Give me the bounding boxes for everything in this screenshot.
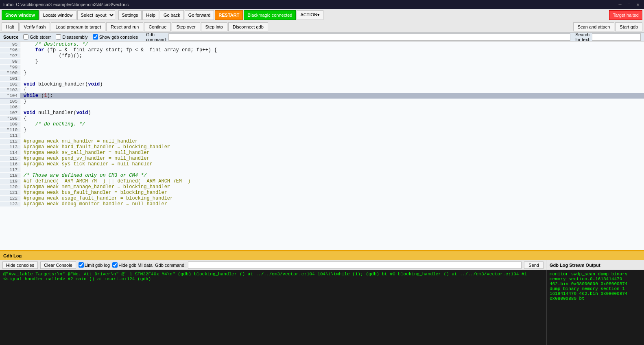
clear-console-button[interactable]: Clear Console bbox=[40, 261, 76, 269]
search-input[interactable] bbox=[592, 33, 641, 41]
code-line: 105} bbox=[0, 99, 644, 104]
line-code: void blocking_handler(void) bbox=[20, 81, 103, 87]
go-forward-button[interactable]: Go forward bbox=[185, 10, 214, 20]
line-number: *97 bbox=[0, 53, 20, 58]
start-gdb-button[interactable]: Start gdb bbox=[615, 22, 642, 31]
search-area: Searchfor text: bbox=[575, 32, 641, 42]
code-line: *100} bbox=[0, 70, 644, 76]
line-code: } bbox=[20, 99, 26, 104]
verify-flash-button[interactable]: Verify flash bbox=[20, 22, 50, 31]
gdb-log-command-input[interactable] bbox=[188, 261, 522, 269]
gdb-log-stream-text[interactable]: monitor swdp_scan dump binary memory sec… bbox=[546, 270, 644, 345]
gdb-command-input[interactable] bbox=[168, 33, 570, 41]
line-number: *108 bbox=[0, 116, 20, 121]
gdb-stderr-checkbox[interactable]: Gdb stderr bbox=[23, 34, 51, 40]
code-line: *103{ bbox=[0, 87, 644, 93]
source-header: Source Gdb stderr Disassembly Show gdb c… bbox=[0, 33, 644, 42]
line-code: } bbox=[20, 127, 26, 133]
show-window-button[interactable]: Show window bbox=[2, 10, 39, 20]
line-number: 105 bbox=[0, 99, 20, 104]
line-number: 122 bbox=[0, 196, 20, 201]
send-button[interactable]: Send bbox=[524, 261, 544, 269]
show-gdb-consoles-input[interactable] bbox=[93, 34, 98, 40]
line-code: { bbox=[20, 87, 26, 93]
step-into-button[interactable]: Step into bbox=[201, 22, 227, 31]
code-line: 111 bbox=[0, 133, 644, 138]
line-number: 115 bbox=[0, 156, 20, 161]
title-text: turbo: C:\src\libopencm3-examples\libope… bbox=[3, 2, 129, 7]
line-code: #pragma weak bus_fault_handler = blockin… bbox=[20, 190, 167, 196]
line-code: } bbox=[20, 59, 38, 64]
code-line: 117 bbox=[0, 167, 644, 173]
line-number: 98 bbox=[0, 59, 20, 64]
target-halted-button[interactable]: Target halted bbox=[609, 10, 642, 20]
restart-button[interactable]: RESTART bbox=[215, 10, 243, 20]
line-number: 95 bbox=[0, 42, 20, 47]
source-label: Source bbox=[3, 35, 18, 40]
line-number: 111 bbox=[0, 133, 20, 138]
disassembly-checkbox[interactable]: Disassembly bbox=[56, 34, 87, 40]
continue-button[interactable]: Continue bbox=[144, 22, 171, 31]
blackmagic-button[interactable]: Blackmagic connected bbox=[244, 10, 296, 20]
limit-gdb-log-checkbox[interactable]: Limit gdb log bbox=[79, 262, 110, 268]
go-back-button[interactable]: Go back bbox=[160, 10, 184, 20]
gdb-log-toolbar: Hide consoles Clear Console Limit gdb lo… bbox=[0, 260, 546, 270]
gdb-log-text[interactable]: @"Available Targets:\n" @"No. Att Driver… bbox=[0, 270, 546, 345]
select-layout-dropdown[interactable]: Select layout bbox=[77, 10, 115, 20]
code-line: 107void null_handler(void) bbox=[0, 110, 644, 116]
locate-window-button[interactable]: Locate window bbox=[39, 10, 76, 20]
show-gdb-consoles-checkbox[interactable]: Show gdb consoles bbox=[93, 34, 138, 40]
step-over-button[interactable]: Step over bbox=[172, 22, 200, 31]
line-code: /* Those are defined only on CM3 or CM4 … bbox=[20, 173, 146, 178]
code-line: 112#pragma weak nmi_handler = null_handl… bbox=[0, 138, 644, 144]
code-line: 115#pragma weak pend_sv_handler = null_h… bbox=[0, 156, 644, 161]
line-code: #pragma weak sys_tick_handler = null_han… bbox=[20, 161, 153, 167]
reset-run-button[interactable]: Reset and run bbox=[106, 22, 143, 31]
line-number: 120 bbox=[0, 185, 20, 189]
close-button[interactable]: ✕ bbox=[635, 2, 641, 7]
settings-button[interactable]: Settings bbox=[118, 10, 142, 20]
action-button[interactable]: ACTION▾ bbox=[297, 10, 323, 20]
code-line: 106 bbox=[0, 104, 644, 110]
minimize-button[interactable]: ─ bbox=[617, 2, 623, 7]
line-code: } bbox=[20, 70, 26, 76]
scan-attach-button[interactable]: Scan and attach bbox=[573, 22, 615, 31]
debug-toolbar: Halt Verify flash Load program to target… bbox=[0, 21, 644, 33]
main-toolbar: Show window Locate window Select layout … bbox=[0, 9, 644, 21]
window-controls: ─ □ ✕ bbox=[617, 2, 641, 7]
code-line: 102void blocking_handler(void) bbox=[0, 81, 644, 87]
line-number: *100 bbox=[0, 70, 20, 75]
code-line: *108{ bbox=[0, 116, 644, 121]
disconnect-gdb-button[interactable]: Disconnect gdb bbox=[228, 22, 268, 31]
gdb-log-header: Gdb Log bbox=[0, 251, 644, 260]
hide-consoles-button[interactable]: Hide consoles bbox=[2, 261, 38, 269]
halt-button[interactable]: Halt bbox=[2, 22, 19, 31]
line-code: #pragma weak nmi_handler = null_handler bbox=[20, 138, 138, 144]
code-area[interactable]: 95 /* Destructors. */*96 for (fp = &__fi… bbox=[0, 42, 644, 250]
line-number: 109 bbox=[0, 122, 20, 127]
code-line: 121#pragma weak bus_fault_handler = bloc… bbox=[0, 190, 644, 196]
help-button[interactable]: Help bbox=[142, 10, 159, 20]
line-number: 106 bbox=[0, 105, 20, 110]
line-code: #pragma weak sv_call_handler = null_hand… bbox=[20, 150, 150, 156]
line-code: for (fp = &__fini_array_start; fp < &__f… bbox=[20, 47, 217, 53]
disassembly-input[interactable] bbox=[56, 34, 61, 40]
code-line: 120#pragma weak mem_manage_handler = blo… bbox=[0, 184, 644, 190]
load-program-button[interactable]: Load program to target bbox=[51, 22, 105, 31]
line-code: #pragma weak debug_monitor_handler = nul… bbox=[20, 201, 167, 207]
hide-gdb-mi-data-checkbox[interactable]: Hide gdb MI data bbox=[112, 262, 153, 268]
code-line: 95 /* Destructors. */ bbox=[0, 42, 644, 47]
bottom-area: Gdb Log Hide consoles Clear Console Limi… bbox=[0, 251, 644, 345]
code-line: 114#pragma weak sv_call_handler = null_h… bbox=[0, 150, 644, 156]
line-number: 117 bbox=[0, 167, 20, 172]
code-line: 98 } bbox=[0, 59, 644, 64]
search-label: Searchfor text: bbox=[575, 32, 590, 42]
line-code: #pragma weak pend_sv_handler = null_hand… bbox=[20, 156, 150, 161]
gdb-stderr-input[interactable] bbox=[23, 34, 28, 40]
maximize-button[interactable]: □ bbox=[626, 2, 632, 7]
line-number: 113 bbox=[0, 145, 20, 149]
gdb-log-content: Hide consoles Clear Console Limit gdb lo… bbox=[0, 260, 644, 345]
line-code: { bbox=[20, 116, 26, 121]
line-number: 116 bbox=[0, 162, 20, 167]
code-line: 116#pragma weak sys_tick_handler = null_… bbox=[0, 161, 644, 167]
